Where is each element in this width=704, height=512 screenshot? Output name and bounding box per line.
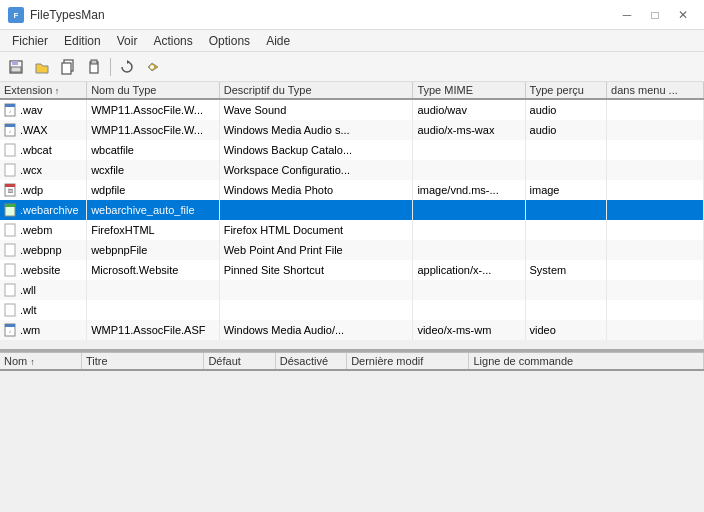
cell-percu xyxy=(525,300,607,320)
file-type-icon xyxy=(4,163,18,177)
toolbar-open-button[interactable] xyxy=(30,56,54,78)
col-header-extension[interactable]: Extension xyxy=(0,82,87,99)
col-header-nom[interactable]: Nom du Type xyxy=(87,82,220,99)
cell-extension: .website xyxy=(0,260,87,280)
cell-menu xyxy=(607,320,704,340)
actions-table: Nom ↑ Titre Défaut Désactivé Dernière mo… xyxy=(0,353,704,371)
svg-rect-17 xyxy=(5,144,15,156)
table-row[interactable]: .webpnpwebpnpFileWeb Point And Print Fil… xyxy=(0,240,704,260)
lower-table-container: Nom ↑ Titre Défaut Désactivé Dernière mo… xyxy=(0,352,704,512)
cell-mime xyxy=(413,200,525,220)
cell-desc: Firefox HTML Document xyxy=(219,220,413,240)
table-row[interactable]: .wbcatwbcatfileWindows Backup Catalo... xyxy=(0,140,704,160)
lcol-header-derniere[interactable]: Dernière modif xyxy=(347,353,469,370)
file-type-icon: ♪ xyxy=(4,103,18,117)
cell-mime xyxy=(413,300,525,320)
table-row[interactable]: .webmFirefoxHTMLFirefox HTML Document xyxy=(0,220,704,240)
cell-menu xyxy=(607,180,704,200)
cell-nom: WMP11.AssocFile.ASF xyxy=(87,320,220,340)
svg-rect-28 xyxy=(5,304,15,316)
toolbar-refresh-button[interactable] xyxy=(115,56,139,78)
lcol-header-ligne[interactable]: Ligne de commande xyxy=(469,353,704,370)
col-header-mime[interactable]: Type MIME xyxy=(413,82,525,99)
menu-item-edition[interactable]: Edition xyxy=(56,32,109,50)
cell-nom: wcxfile xyxy=(87,160,220,180)
cell-percu xyxy=(525,220,607,240)
toolbar-extra-button[interactable] xyxy=(141,56,165,78)
cell-nom: wdpfile xyxy=(87,180,220,200)
toolbar-separator xyxy=(110,58,111,76)
table-row[interactable]: .wll xyxy=(0,280,704,300)
cell-percu xyxy=(525,160,607,180)
cell-desc xyxy=(219,280,413,300)
lcol-header-defaut[interactable]: Défaut xyxy=(204,353,275,370)
cell-nom: webarchive_auto_file xyxy=(87,200,220,220)
lower-table-wrapper[interactable]: Nom ↑ Titre Défaut Désactivé Dernière mo… xyxy=(0,353,704,512)
cell-mime xyxy=(413,220,525,240)
cell-nom xyxy=(87,300,220,320)
svg-rect-8 xyxy=(91,60,97,64)
menu-item-aide[interactable]: Aide xyxy=(258,32,298,50)
cell-extension: .wcx xyxy=(0,160,87,180)
toolbar-copy-button[interactable] xyxy=(56,56,80,78)
title-bar-left: F FileTypesMan xyxy=(8,7,105,23)
upper-table-wrapper[interactable]: Extension Nom du Type Descriptif du Type… xyxy=(0,82,704,349)
svg-rect-6 xyxy=(62,63,71,74)
toolbar-paste-button[interactable] xyxy=(82,56,106,78)
col-header-menu[interactable]: dans menu ... xyxy=(607,82,704,99)
table-row[interactable]: 🖼.wdpwdpfileWindows Media Photoimage/vnd… xyxy=(0,180,704,200)
cell-desc: Windows Media Photo xyxy=(219,180,413,200)
cell-extension: ♪.wm xyxy=(0,320,87,340)
toolbar-save-button[interactable] xyxy=(4,56,28,78)
cell-desc: Workspace Configuratio... xyxy=(219,160,413,180)
cell-nom: WMP11.AssocFile.W... xyxy=(87,120,220,140)
cell-mime xyxy=(413,140,525,160)
table-row[interactable]: .wlt xyxy=(0,300,704,320)
lcol-header-titre[interactable]: Titre xyxy=(82,353,204,370)
cell-percu: System xyxy=(525,260,607,280)
lcol-header-nom[interactable]: Nom ↑ xyxy=(0,353,82,370)
table-row[interactable]: .webarchivewebarchive_auto_file xyxy=(0,200,704,220)
cell-extension: ♪.WAX xyxy=(0,120,87,140)
table-row[interactable]: ♪.wavWMP11.AssocFile.W...Wave Soundaudio… xyxy=(0,99,704,120)
col-header-desc[interactable]: Descriptif du Type xyxy=(219,82,413,99)
main-content: Extension Nom du Type Descriptif du Type… xyxy=(0,82,704,512)
close-button[interactable]: ✕ xyxy=(670,5,696,25)
lcol-header-desactive[interactable]: Désactivé xyxy=(275,353,346,370)
menu-item-fichier[interactable]: Fichier xyxy=(4,32,56,50)
cell-desc: Windows Media Audio s... xyxy=(219,120,413,140)
title-text: FileTypesMan xyxy=(30,8,105,22)
cell-percu xyxy=(525,200,607,220)
minimize-button[interactable]: ─ xyxy=(614,5,640,25)
cell-nom: WMP11.AssocFile.W... xyxy=(87,99,220,120)
cell-mime xyxy=(413,240,525,260)
cell-desc xyxy=(219,300,413,320)
cell-extension: .wlt xyxy=(0,300,87,320)
menu-bar: FichierEditionVoirActionsOptionsAide xyxy=(0,30,704,52)
table-row[interactable]: .websiteMicrosoft.WebsitePinned Site Sho… xyxy=(0,260,704,280)
file-type-icon xyxy=(4,143,18,157)
menu-item-options[interactable]: Options xyxy=(201,32,258,50)
col-header-percu[interactable]: Type perçu xyxy=(525,82,607,99)
maximize-button[interactable]: □ xyxy=(642,5,668,25)
table-row[interactable]: ♪.WAXWMP11.AssocFile.W...Windows Media A… xyxy=(0,120,704,140)
cell-desc: Pinned Site Shortcut xyxy=(219,260,413,280)
cell-mime: application/x-... xyxy=(413,260,525,280)
table-row[interactable]: ♪.wmWMP11.AssocFile.ASFWindows Media Aud… xyxy=(0,320,704,340)
file-type-icon xyxy=(4,303,18,317)
menu-item-actions[interactable]: Actions xyxy=(145,32,200,50)
cell-menu xyxy=(607,200,704,220)
svg-rect-27 xyxy=(5,284,15,296)
cell-menu xyxy=(607,280,704,300)
cell-nom: Microsoft.Website xyxy=(87,260,220,280)
cell-menu xyxy=(607,99,704,120)
file-type-icon: ♪ xyxy=(4,123,18,137)
cell-extension: .webarchive xyxy=(0,200,87,220)
menu-item-voir[interactable]: Voir xyxy=(109,32,146,50)
svg-rect-25 xyxy=(5,244,15,256)
svg-text:🖼: 🖼 xyxy=(8,188,13,194)
cell-desc: Web Point And Print File xyxy=(219,240,413,260)
title-bar: F FileTypesMan ─ □ ✕ xyxy=(0,0,704,30)
cell-nom: wbcatfile xyxy=(87,140,220,160)
table-row[interactable]: .wcxwcxfileWorkspace Configuratio... xyxy=(0,160,704,180)
